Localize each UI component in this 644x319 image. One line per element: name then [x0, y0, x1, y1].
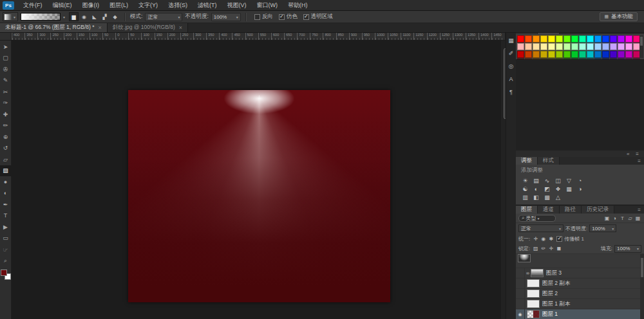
color-swatch[interactable] — [571, 51, 578, 58]
color-swatch[interactable] — [525, 35, 532, 42]
menu-item-5[interactable]: 文字(Y) — [133, 0, 163, 11]
invert-icon[interactable]: ◑ — [574, 185, 585, 193]
color-swatch[interactable] — [533, 51, 540, 58]
horizontal-ruler[interactable]: 4003503002502001501005005010015020025030… — [12, 33, 505, 41]
color-swatch[interactable] — [625, 59, 632, 59]
gradient-preview[interactable] — [21, 13, 61, 21]
angle-gradient-icon[interactable]: ◣ — [90, 12, 99, 21]
color-swatch[interactable] — [533, 35, 540, 42]
lasso-tool[interactable]: ✇ — [0, 64, 12, 75]
color-swatch[interactable] — [571, 35, 578, 42]
color-swatch[interactable] — [587, 43, 594, 50]
layer-row[interactable]: ∞图层 3 — [516, 268, 640, 278]
dodge-tool[interactable]: ◐ — [0, 188, 12, 199]
lock-transparent-pixels-icon[interactable]: ▨ — [532, 245, 539, 252]
path-selection-tool[interactable]: ▶ — [0, 221, 12, 233]
menu-item-2[interactable]: 编辑(E) — [48, 0, 77, 11]
layer-row[interactable]: 图层 2 — [516, 289, 640, 299]
dither-checkbox[interactable]: ✓ — [279, 14, 285, 20]
color-swatch[interactable] — [548, 35, 555, 42]
workspace-switcher[interactable]: ▦ 基本功能 — [600, 12, 638, 21]
layer-fill-select[interactable]: 100% ▾ — [614, 245, 641, 253]
menu-item-6[interactable]: 选择(S) — [163, 0, 193, 11]
color-swatch[interactable] — [618, 51, 625, 58]
color-swatch[interactable] — [587, 59, 594, 59]
menu-item-4[interactable]: 图层(L) — [104, 0, 133, 11]
filter-pixel-layers-icon[interactable]: ▣ — [603, 215, 611, 222]
character-panel-icon[interactable]: A — [507, 75, 516, 84]
reverse-checkbox[interactable] — [254, 14, 260, 20]
unify-position-icon[interactable]: ✛ — [532, 235, 539, 242]
black-white-icon[interactable]: ◐ — [531, 185, 542, 193]
color-swatch[interactable] — [525, 59, 532, 59]
color-swatch[interactable] — [594, 51, 601, 58]
color-swatch[interactable] — [587, 51, 594, 58]
gradient-tool[interactable]: ▧ — [0, 165, 12, 177]
color-swatch[interactable] — [610, 51, 617, 58]
color-swatch[interactable] — [517, 51, 524, 58]
diamond-gradient-icon[interactable]: ◆ — [110, 12, 120, 21]
color-swatch[interactable] — [579, 59, 586, 59]
color-swatch[interactable] — [625, 43, 632, 50]
color-swatch[interactable] — [564, 59, 571, 59]
color-swatch[interactable] — [556, 51, 563, 58]
color-swatch[interactable] — [618, 59, 625, 59]
linear-gradient-icon[interactable]: ▆ — [69, 12, 79, 21]
dither-option[interactable]: ✓ 仿色 — [279, 13, 298, 21]
color-swatch[interactable] — [602, 43, 609, 50]
color-swatch[interactable] — [540, 59, 547, 59]
navigator-panel-icon[interactable]: ✐ — [507, 49, 516, 58]
color-balance-icon[interactable]: ☯ — [520, 185, 531, 193]
color-swatch[interactable] — [618, 35, 625, 42]
color-swatch[interactable] — [564, 35, 571, 42]
unify-visibility-icon[interactable]: ◉ — [540, 235, 547, 242]
layer-opacity-select[interactable]: 100% ▾ — [589, 224, 616, 232]
tool-preset-picker[interactable]: ▾ — [3, 12, 18, 21]
layer-visibility-toggle[interactable] — [516, 278, 525, 289]
color-swatch[interactable] — [548, 59, 555, 59]
selective-color-icon[interactable]: △ — [553, 193, 564, 201]
layers-tab-2[interactable]: 通道 — [538, 206, 560, 214]
layer-visibility-toggle[interactable] — [516, 289, 525, 299]
color-lookup-icon[interactable]: ▦ — [564, 185, 574, 193]
color-swatch[interactable] — [602, 51, 609, 58]
color-swatch[interactable] — [533, 59, 540, 59]
layer-visibility-toggle[interactable] — [516, 299, 525, 309]
color-swatch[interactable] — [556, 43, 563, 50]
color-swatch[interactable] — [548, 43, 555, 50]
menu-item-8[interactable]: 视图(V) — [222, 0, 252, 11]
adjustments-tab-2[interactable]: 样式 — [538, 157, 560, 165]
channel-mixer-icon[interactable]: ❖ — [553, 185, 564, 193]
color-swatch[interactable] — [625, 51, 632, 58]
color-swatch[interactable] — [633, 59, 640, 59]
color-swatch[interactable] — [540, 43, 547, 50]
transparency-checkbox[interactable]: ✓ — [303, 14, 309, 20]
color-swatch[interactable] — [610, 43, 617, 50]
horizontal-type-tool[interactable]: T — [0, 210, 12, 222]
rectangle-tool[interactable]: ▭ — [0, 233, 12, 244]
threshold-icon[interactable]: ◧ — [531, 193, 542, 201]
color-swatch[interactable] — [556, 59, 563, 59]
propagate-frame-checkbox[interactable]: ✓ — [556, 236, 562, 242]
clone-stamp-tool[interactable]: ⊕ — [0, 131, 12, 143]
document-tab-2[interactable]: 斜纹.jpg @ 100%(RGB/8)× — [108, 23, 188, 32]
color-swatch[interactable] — [602, 59, 609, 59]
layers-tab-4[interactable]: 历史记录 — [582, 206, 614, 214]
layer-row[interactable]: 图层 1 副本 — [516, 299, 640, 309]
histogram-panel-icon[interactable]: ▦ — [507, 36, 516, 45]
color-swatch[interactable] — [564, 43, 571, 50]
layer-visibility-toggle[interactable]: ◉ — [516, 309, 525, 319]
color-swatch[interactable] — [610, 59, 617, 59]
filter-shape-layers-icon[interactable]: ▱ — [627, 215, 634, 222]
color-swatch[interactable] — [579, 51, 586, 58]
paragraph-panel-icon[interactable]: ¶ — [507, 87, 516, 96]
menu-item-10[interactable]: 帮助(H) — [283, 0, 313, 11]
close-tab-icon[interactable]: × — [179, 25, 182, 31]
color-swatch[interactable] — [625, 35, 632, 42]
filter-type-layers-icon[interactable]: T — [619, 215, 626, 222]
quick-selection-tool[interactable]: ✎ — [0, 75, 12, 87]
panel-options-icon[interactable]: ≡ — [636, 151, 639, 157]
color-swatch[interactable] — [571, 43, 578, 50]
menu-item-3[interactable]: 图像(I) — [77, 0, 105, 11]
color-swatch[interactable] — [533, 43, 540, 50]
